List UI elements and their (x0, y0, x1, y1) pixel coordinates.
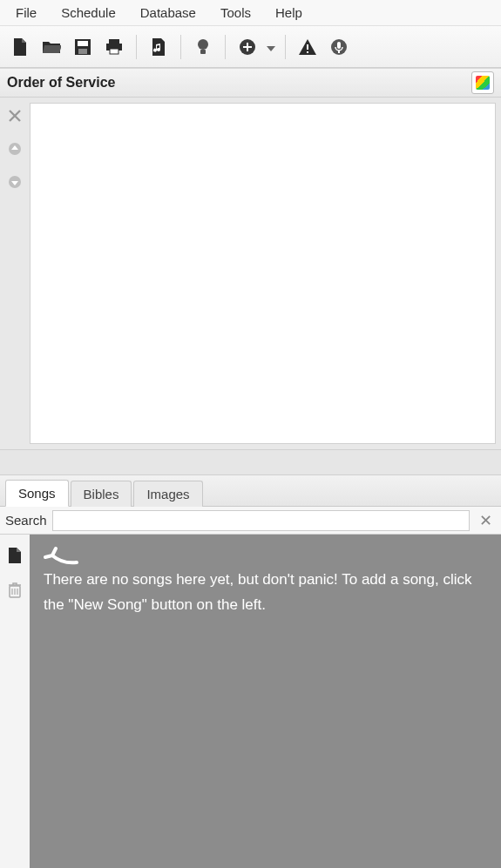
print-button[interactable] (99, 32, 129, 62)
svg-rect-10 (307, 51, 308, 53)
warning-button[interactable] (293, 32, 322, 62)
menu-schedule[interactable]: Schedule (49, 2, 128, 24)
chevron-down-icon (267, 40, 275, 54)
svg-rect-3 (109, 39, 119, 44)
add-dropdown-caret[interactable] (264, 40, 278, 54)
songs-list-area: There are no songs here yet, but don't p… (30, 535, 501, 868)
toolbar-separator (225, 35, 226, 59)
svg-rect-12 (337, 42, 341, 49)
order-of-service-title: Order of Service (7, 75, 116, 91)
panel-splitter[interactable] (0, 449, 501, 475)
theme-picker-button[interactable] (471, 71, 494, 94)
microphone-icon (330, 38, 348, 56)
delete-song-button[interactable] (5, 582, 24, 601)
tab-images[interactable]: Images (133, 481, 202, 507)
idea-bulb-icon (197, 38, 209, 56)
library-tabs: Songs Bibles Images (0, 475, 501, 507)
idea-bulb-button[interactable] (188, 32, 218, 62)
move-up-icon (8, 142, 22, 158)
move-up-button[interactable] (4, 139, 25, 160)
new-file-button[interactable] (5, 32, 35, 62)
tab-bibles[interactable]: Bibles (71, 481, 132, 507)
save-button[interactable] (68, 32, 98, 62)
svg-rect-1 (78, 41, 88, 46)
music-file-button[interactable] (144, 32, 173, 62)
svg-rect-2 (78, 49, 87, 54)
clear-search-button[interactable]: ✕ (475, 510, 496, 531)
svg-rect-9 (307, 44, 308, 50)
songs-panel: There are no songs here yet, but don't p… (0, 535, 501, 868)
order-of-service-sidebar (0, 98, 30, 449)
svg-rect-5 (110, 49, 118, 54)
remove-item-button[interactable] (4, 106, 25, 127)
search-label: Search (5, 513, 47, 528)
tab-songs[interactable]: Songs (5, 480, 69, 507)
move-down-icon (8, 175, 22, 192)
svg-rect-7 (200, 50, 206, 54)
songs-sidebar (0, 535, 30, 868)
order-of-service-body (0, 98, 501, 449)
toolbar-separator (136, 35, 137, 59)
main-toolbar (0, 26, 501, 68)
add-button[interactable] (233, 32, 262, 62)
songs-empty-hint: There are no songs here yet, but don't p… (44, 568, 487, 618)
new-song-button[interactable] (5, 547, 24, 566)
order-of-service-list[interactable] (30, 103, 496, 444)
toolbar-separator (180, 35, 181, 59)
new-song-icon (8, 548, 22, 566)
remove-x-icon (9, 110, 21, 124)
menu-database[interactable]: Database (128, 2, 208, 24)
menu-file[interactable]: File (3, 2, 49, 24)
open-folder-button[interactable] (37, 32, 66, 62)
search-bar: Search ✕ (0, 507, 501, 535)
toolbar-separator (285, 35, 286, 59)
microphone-button[interactable] (324, 32, 354, 62)
svg-rect-13 (338, 50, 340, 53)
color-swatch-icon (476, 76, 490, 90)
print-icon (105, 39, 123, 55)
search-input[interactable] (52, 510, 470, 531)
add-plus-icon (239, 38, 256, 56)
close-icon: ✕ (479, 511, 492, 530)
save-icon (75, 39, 91, 55)
open-folder-icon (42, 39, 61, 55)
order-of-service-header: Order of Service (0, 68, 501, 98)
svg-point-6 (198, 39, 208, 50)
menu-bar: File Schedule Database Tools Help (0, 0, 501, 26)
hint-arrow-icon (44, 547, 487, 566)
delete-trash-icon (8, 582, 22, 601)
menu-tools[interactable]: Tools (208, 2, 263, 24)
move-down-button[interactable] (4, 172, 25, 193)
new-file-icon (12, 38, 28, 56)
warning-triangle-icon (299, 39, 316, 55)
menu-help[interactable]: Help (263, 2, 315, 24)
music-file-icon (151, 38, 166, 56)
